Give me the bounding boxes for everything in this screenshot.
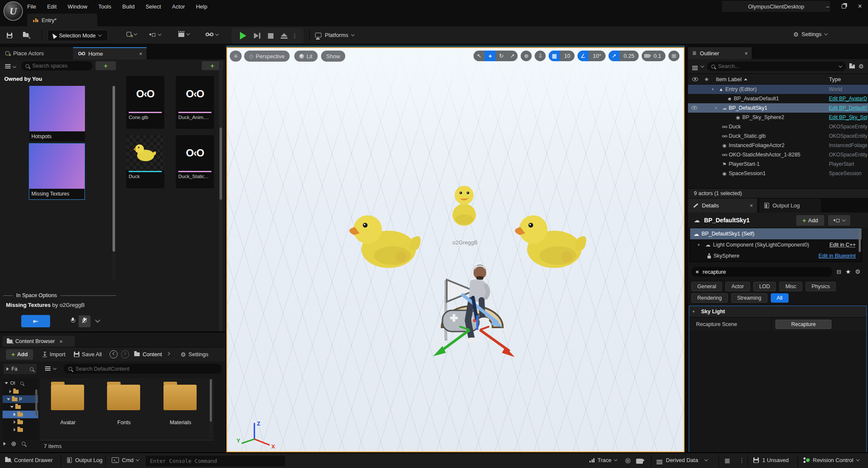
cinematics-button[interactable] [178, 31, 189, 37]
assets-scrollbar[interactable] [219, 60, 223, 332]
new-folder-icon[interactable]: + [849, 63, 855, 70]
details-settings-icon[interactable]: ⚙ [855, 269, 860, 275]
filter-physics[interactable]: Physics [806, 282, 836, 291]
selection-mode-dropdown[interactable]: Selection Mode [48, 30, 108, 41]
expander-icon[interactable]: ▾ [698, 243, 703, 247]
tab-home[interactable]: O‹O Home × [73, 47, 147, 60]
console-command-input[interactable]: Enter Console Command [146, 456, 285, 466]
viewport-menu-button[interactable]: ≡ [230, 51, 242, 62]
screenshot-button[interactable] [636, 459, 643, 464]
cb-favorites-box[interactable]: Fa [3, 364, 37, 374]
folder-fonts[interactable]: Fonts [107, 385, 141, 425]
menu-window[interactable]: Window [68, 3, 87, 10]
stop-button[interactable] [264, 33, 277, 39]
search-spaces-input[interactable]: Search spaces [21, 61, 93, 71]
cb-save-all-button[interactable]: Save All [74, 351, 102, 357]
restore-button[interactable] [836, 4, 852, 9]
move-tool-button[interactable]: + [485, 51, 496, 61]
tree-row[interactable] [3, 403, 38, 411]
surface-snap-button[interactable]: ⇩ [535, 51, 546, 61]
menu-actor[interactable]: Actor [172, 3, 185, 10]
asset-tile-cone[interactable]: O‹O Cone.glb [126, 76, 164, 129]
blueprint-actions-button[interactable] [828, 215, 850, 226]
play-button[interactable] [236, 32, 250, 40]
column-item-label[interactable]: Item Label [716, 76, 748, 82]
spaces-filter-icon[interactable] [5, 64, 11, 65]
tab-close-icon[interactable]: × [59, 338, 63, 345]
show-dropdown[interactable]: Show [321, 51, 345, 62]
menu-tools[interactable]: Tools [99, 3, 111, 10]
spaces-filter-chevron-icon[interactable] [13, 65, 16, 68]
grid-snap-control[interactable]: ▦ 10 [549, 51, 574, 61]
settings-dropdown[interactable]: ⚙Settings [793, 31, 827, 37]
menu-file[interactable]: File [27, 3, 36, 10]
filter-streaming[interactable]: Streaming [731, 293, 767, 303]
play-options-button[interactable]: ⋮ [291, 32, 299, 39]
cb-scrollbar[interactable] [209, 379, 212, 438]
outliner-filter-chevron-icon[interactable] [701, 64, 704, 67]
rotation-snap-control[interactable]: ∠ 10° [578, 51, 606, 61]
world-coordinate-button[interactable]: ⊕ [521, 51, 532, 61]
add-actor-button[interactable] [127, 32, 137, 37]
mic-muted-button[interactable] [79, 315, 90, 327]
insights-grid-icon[interactable]: ▦ [724, 457, 730, 464]
search-options-chevron-icon[interactable] [839, 64, 842, 67]
filter-misc[interactable]: Misc [779, 282, 802, 291]
tree-row[interactable] [3, 418, 38, 426]
details-search-input[interactable]: × recapture [691, 267, 832, 277]
asset-tile-duck[interactable]: Duck [126, 135, 164, 188]
close-button[interactable]: × [852, 3, 868, 10]
outliner-search-input[interactable]: Search... [707, 62, 846, 71]
edit-in-blueprint-link[interactable]: Edit in Blueprint [818, 253, 856, 259]
tab-close-icon[interactable]: × [750, 202, 753, 209]
outliner-settings-icon[interactable]: ⚙ [858, 63, 864, 69]
cb-add-button[interactable]: +Add [6, 349, 33, 360]
menu-edit[interactable]: Edit [47, 3, 56, 10]
leave-space-button[interactable]: ⇤ [21, 315, 50, 327]
favorites-icon[interactable]: ★ [845, 268, 851, 275]
scale-tool-button[interactable]: ↗ [507, 51, 518, 61]
output-log-button[interactable]: Output Log [67, 457, 102, 463]
tree-scrollbar[interactable] [35, 389, 37, 416]
component-scrollbar[interactable] [859, 230, 861, 252]
tab-place-actors[interactable]: Place Actors [0, 47, 73, 60]
cb-import-button[interactable]: ↧Import [42, 351, 65, 357]
duck-left[interactable] [349, 211, 423, 275]
edit-blueprint-link[interactable]: Edit BP_DefaultS [829, 105, 867, 111]
rotate-tool-button[interactable]: ↻ [496, 51, 507, 61]
sky-light-header[interactable]: ▾ Sky Light [689, 306, 866, 317]
eye-icon[interactable] [691, 106, 697, 110]
menu-build[interactable]: Build [122, 3, 135, 10]
tab-outliner[interactable]: ≣ Outliner × [688, 47, 752, 59]
eject-button[interactable] [277, 33, 291, 39]
space-tile-hotspots[interactable]: Hotspots [29, 86, 85, 141]
space-tile-missing-textures[interactable]: Missing Textures [29, 143, 85, 200]
cb-filter-chevron-icon[interactable] [53, 366, 56, 370]
platforms-dropdown[interactable]: Platforms [315, 32, 354, 38]
outliner-row[interactable]: O‹O OKO-StaticMeshActor_1-8285OKOSpaceEn… [688, 150, 868, 159]
tab-output-log[interactable]: Output Log [759, 199, 821, 213]
asset-tile-duck-anim[interactable]: O‹O Duck_Anim.... [176, 76, 214, 129]
trace-dropdown[interactable]: Trace [589, 457, 617, 463]
edit-in-cpp-link[interactable]: Edit in C++ [829, 242, 856, 248]
unsaved-button[interactable]: 1 Unsaved [753, 457, 789, 463]
recapture-button[interactable]: Recapture [775, 320, 831, 329]
add-circle-icon[interactable]: ⊕ [11, 440, 17, 447]
cb-back-button[interactable] [110, 350, 118, 358]
content-drawer-button[interactable]: Content Drawer [5, 457, 53, 463]
tree-row-selected[interactable] [3, 411, 38, 418]
filter-rendering[interactable]: Rendering [691, 293, 728, 303]
component-row-self[interactable]: ☁ BP_DefaultSky1 (Self) [690, 228, 862, 239]
viewport-layout-button[interactable]: ⊞ [668, 51, 679, 61]
expander-icon[interactable]: ▾ [712, 87, 717, 91]
breadcrumb-chevron-icon[interactable] [166, 352, 170, 355]
outliner-row[interactable]: ⚑ PlayerStart-1PlayerStart [688, 159, 868, 169]
visibility-column-icon[interactable] [692, 77, 698, 81]
cb-breadcrumb[interactable]: Content [143, 351, 162, 357]
cmd-dropdown[interactable]: >_ Cmd [112, 457, 139, 463]
viewport[interactable]: ≡ ◇Perspective Lit Show ↖ + ↻ ↗ ⊕ ⇩ ▦ 10… [226, 47, 685, 452]
level-tab-entry[interactable]: Entry* [27, 14, 97, 26]
duck-right[interactable] [515, 211, 589, 275]
asset-tile-duck-static[interactable]: O‹O Duck_Static... [176, 135, 214, 188]
spaces-scrollbar[interactable] [112, 86, 116, 281]
